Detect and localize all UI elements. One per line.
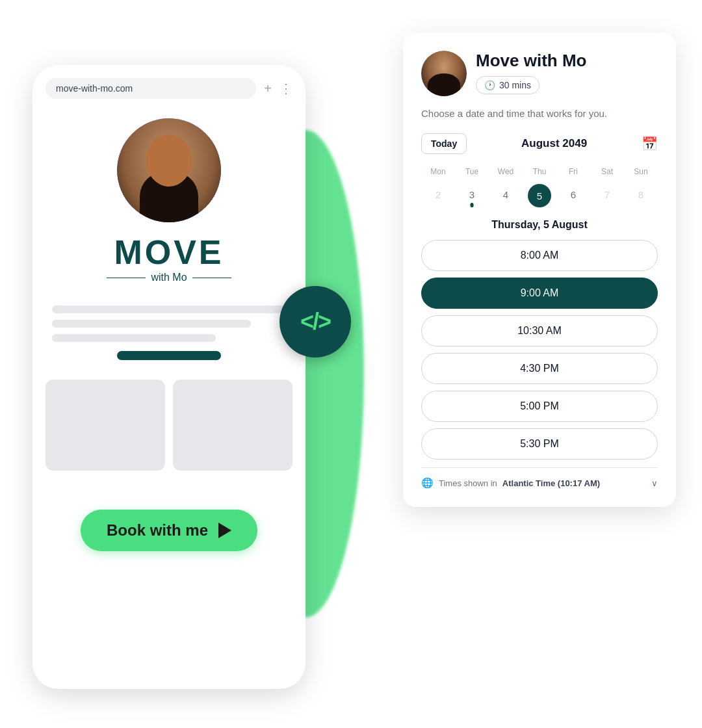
- timezone-footer: 🌐 Times shown in Atlantic Time (10:17 AM…: [421, 467, 658, 489]
- slot-500pm[interactable]: 5:00 PM: [421, 391, 658, 422]
- date-6[interactable]: 6: [556, 184, 590, 207]
- date-3[interactable]: 3: [455, 184, 489, 207]
- cta-label: Book with me: [107, 521, 208, 540]
- date-5[interactable]: 5: [528, 184, 551, 207]
- booking-avatar: [421, 51, 467, 96]
- menu-button[interactable]: ⋮: [280, 81, 292, 96]
- tz-value: Atlantic Time (10:17 AM): [502, 478, 600, 488]
- dark-cta-bar: [117, 351, 221, 360]
- month-label: August 2049: [521, 137, 587, 150]
- content-lines: [32, 286, 306, 342]
- phone-avatar-wrapper: [32, 118, 306, 222]
- tz-chevron[interactable]: ∨: [651, 478, 658, 488]
- avatar-face: [117, 118, 221, 222]
- day-fri: Fri: [556, 164, 590, 179]
- calendar-grid-icon[interactable]: 📅: [642, 136, 658, 151]
- slot-800am[interactable]: 8:00 AM: [421, 240, 658, 271]
- duration-badge: 🕐 30 mins: [476, 76, 540, 94]
- content-line-2: [52, 320, 251, 328]
- duration-label: 30 mins: [499, 80, 531, 90]
- content-line-3: [52, 334, 216, 342]
- slot-900am[interactable]: 9:00 AM: [421, 278, 658, 309]
- date-8[interactable]: 8: [624, 184, 658, 207]
- code-icon: </>: [300, 308, 330, 335]
- booking-header: Move with Mo 🕐 30 mins: [421, 51, 658, 96]
- globe-icon: 🌐: [421, 477, 434, 489]
- day-tue: Tue: [455, 164, 489, 179]
- booking-name: Move with Mo: [476, 51, 586, 71]
- date-5-wrapper: 5: [523, 184, 556, 207]
- brand-subtitle: with Mo: [151, 272, 187, 283]
- url-bar[interactable]: move-with-mo.com: [46, 78, 256, 99]
- day-sat: Sat: [590, 164, 624, 179]
- browser-bar: move-with-mo.com + ⋮: [32, 65, 306, 105]
- clock-icon: 🕐: [484, 80, 495, 90]
- image-placeholders: [32, 367, 306, 471]
- add-tab-button[interactable]: +: [264, 81, 272, 96]
- calendar-nav: Today August 2049 📅: [421, 133, 658, 154]
- slot-1030am[interactable]: 10:30 AM: [421, 315, 658, 346]
- tz-prefix: Times shown in: [439, 478, 497, 488]
- brand-divider: with Mo: [32, 272, 306, 283]
- date-7[interactable]: 7: [590, 184, 624, 207]
- booking-panel: Move with Mo 🕐 30 mins Choose a date and…: [403, 32, 676, 507]
- content-line-1: [52, 306, 286, 313]
- date-2[interactable]: 2: [421, 184, 455, 207]
- day-wed: Wed: [489, 164, 523, 179]
- brand-section: MOVE with Mo: [32, 235, 306, 283]
- slot-530pm[interactable]: 5:30 PM: [421, 428, 658, 460]
- phone-mockup: move-with-mo.com + ⋮ MOVE with Mo Book w…: [32, 65, 306, 689]
- dates-row: 2 3 4 5 6 7 8: [421, 184, 658, 207]
- image-placeholder-1: [46, 380, 165, 471]
- days-of-week: Mon Tue Wed Thu Fri Sat Sun: [421, 164, 658, 179]
- booking-info: Move with Mo 🕐 30 mins: [476, 51, 586, 94]
- selected-date-label: Thursday, 5 August: [421, 219, 658, 231]
- code-icon-circle: </>: [280, 286, 351, 358]
- image-placeholder-2: [173, 380, 292, 471]
- profile-avatar: [117, 118, 221, 222]
- slot-430pm[interactable]: 4:30 PM: [421, 353, 658, 384]
- brand-title: MOVE: [32, 235, 306, 269]
- day-sun: Sun: [624, 164, 658, 179]
- time-slots: 8:00 AM 9:00 AM 10:30 AM 4:30 PM 5:00 PM…: [421, 240, 658, 460]
- day-thu: Thu: [523, 164, 556, 179]
- play-icon: [218, 523, 231, 538]
- book-with-me-button[interactable]: Book with me: [81, 510, 257, 551]
- day-mon: Mon: [421, 164, 455, 179]
- today-button[interactable]: Today: [421, 133, 467, 154]
- booking-subtitle: Choose a date and time that works for yo…: [421, 107, 658, 120]
- date-4[interactable]: 4: [489, 184, 523, 207]
